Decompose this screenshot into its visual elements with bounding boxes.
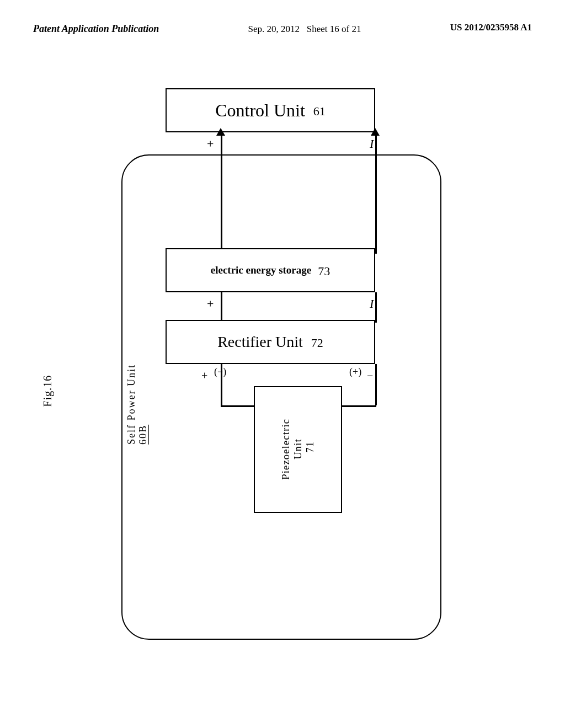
control-unit-label: Control Unit 61 — [215, 100, 326, 121]
energy-storage-box: electric energy storage 73 — [166, 248, 375, 292]
plus-paren-right-symbol: (+) — [349, 366, 361, 378]
h-line-right — [339, 405, 376, 407]
control-unit-box: Control Unit 61 — [166, 88, 375, 132]
minus-bot-right: − — [367, 370, 373, 382]
mid-left-line — [221, 292, 222, 323]
rectifier-label: Rectifier Unit — [217, 333, 303, 351]
patent-number: US 2012/0235958 A1 — [450, 22, 532, 33]
bot-left-line — [221, 364, 222, 405]
diagram-wrapper: Control Unit 61 + I Self Power Unit 60B … — [121, 88, 463, 667]
plus-symbol-top-left: + — [207, 137, 214, 151]
rectifier-box: Rectifier Unit 72 — [166, 320, 375, 364]
bot-right-line — [375, 364, 377, 405]
h-line-left — [221, 405, 257, 407]
mid-right-line — [375, 292, 377, 323]
energy-storage-ref: 73 — [318, 264, 330, 279]
sheet-info: Sheet 16 of 21 — [307, 24, 361, 34]
energy-storage-label: electric energy storage — [211, 264, 312, 276]
current-symbol-top-right: I — [370, 137, 374, 151]
current-symbol-mid-right: I — [370, 297, 374, 311]
publication-type: Patent Application Publication — [33, 22, 159, 36]
rectifier-ref: 72 — [311, 336, 323, 350]
self-power-ref: 60B — [137, 425, 148, 445]
publication-date-sheet: Sep. 20, 2012 Sheet 16 of 21 — [248, 22, 361, 36]
control-unit-text: Control Unit — [215, 100, 305, 121]
page-header: Patent Application Publication Sep. 20, … — [0, 22, 565, 36]
publication-date: Sep. 20, 2012 — [248, 24, 300, 34]
figure-label: Fig.16 — [41, 375, 54, 407]
plus-bot-left: + — [201, 370, 207, 382]
piezo-box: Piezoelectric Unit 71 — [254, 386, 342, 513]
self-power-unit-label: Self Power Unit 60B — [126, 364, 149, 445]
piezo-ref: 71 — [304, 419, 316, 475]
piezo-label: Piezoelectric Unit 71 — [280, 419, 316, 480]
plus-symbol-mid-left: + — [207, 297, 214, 311]
control-unit-ref: 61 — [313, 104, 326, 119]
